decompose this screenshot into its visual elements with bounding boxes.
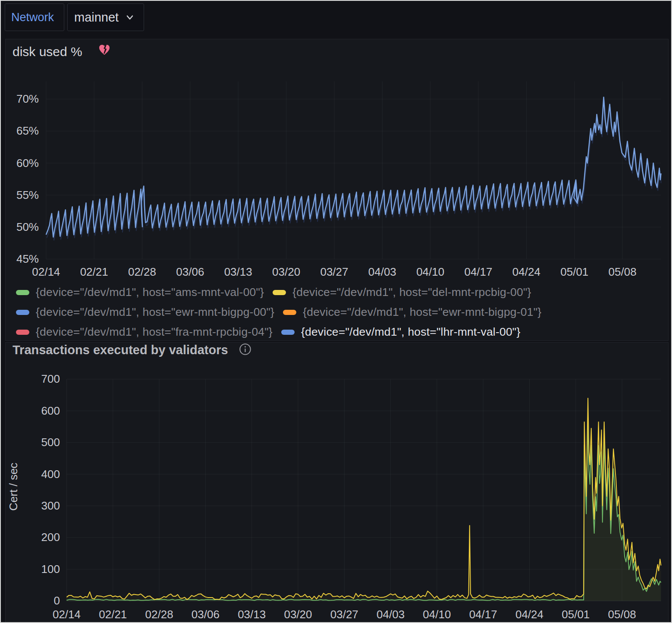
- svg-text:500: 500: [41, 436, 60, 449]
- svg-text:05/08: 05/08: [609, 265, 637, 278]
- svg-text:05/01: 05/01: [560, 265, 588, 278]
- svg-text:02/21: 02/21: [80, 265, 108, 278]
- svg-text:03/20: 03/20: [272, 265, 300, 278]
- svg-text:03/13: 03/13: [238, 608, 266, 621]
- svg-text:03/13: 03/13: [224, 265, 252, 278]
- svg-text:05/08: 05/08: [608, 608, 636, 621]
- svg-text:02/28: 02/28: [128, 265, 156, 278]
- svg-text:04/10: 04/10: [423, 608, 451, 621]
- svg-text:400: 400: [41, 468, 60, 481]
- svg-text:55%: 55%: [16, 189, 39, 201]
- svg-text:03/06: 03/06: [192, 608, 220, 621]
- svg-text:50%: 50%: [16, 220, 39, 233]
- svg-text:04/17: 04/17: [469, 608, 497, 621]
- svg-text:03/20: 03/20: [284, 608, 312, 621]
- svg-text:04/24: 04/24: [515, 608, 543, 621]
- svg-text:45%: 45%: [16, 252, 39, 265]
- svg-text:700: 700: [41, 372, 60, 385]
- svg-text:70%: 70%: [16, 92, 39, 105]
- svg-text:02/21: 02/21: [99, 608, 127, 621]
- svg-text:04/03: 04/03: [368, 265, 396, 278]
- svg-text:300: 300: [41, 499, 60, 512]
- svg-text:02/14: 02/14: [53, 608, 81, 621]
- svg-text:60%: 60%: [16, 157, 39, 170]
- svg-text:04/24: 04/24: [512, 265, 540, 278]
- svg-text:05/01: 05/01: [562, 608, 590, 621]
- svg-text:03/06: 03/06: [176, 265, 204, 278]
- svg-text:03/27: 03/27: [320, 265, 348, 278]
- svg-text:04/03: 04/03: [377, 608, 405, 621]
- svg-text:0: 0: [54, 594, 60, 607]
- svg-text:65%: 65%: [16, 124, 39, 137]
- svg-text:02/14: 02/14: [32, 265, 60, 278]
- svg-text:200: 200: [41, 531, 60, 544]
- svg-text:02/28: 02/28: [145, 608, 173, 621]
- svg-text:100: 100: [41, 563, 60, 576]
- svg-text:04/17: 04/17: [464, 265, 492, 278]
- svg-text:600: 600: [41, 404, 60, 417]
- svg-text:04/10: 04/10: [416, 265, 444, 278]
- svg-text:Cert / sec: Cert / sec: [7, 463, 20, 510]
- svg-text:03/27: 03/27: [330, 608, 358, 621]
